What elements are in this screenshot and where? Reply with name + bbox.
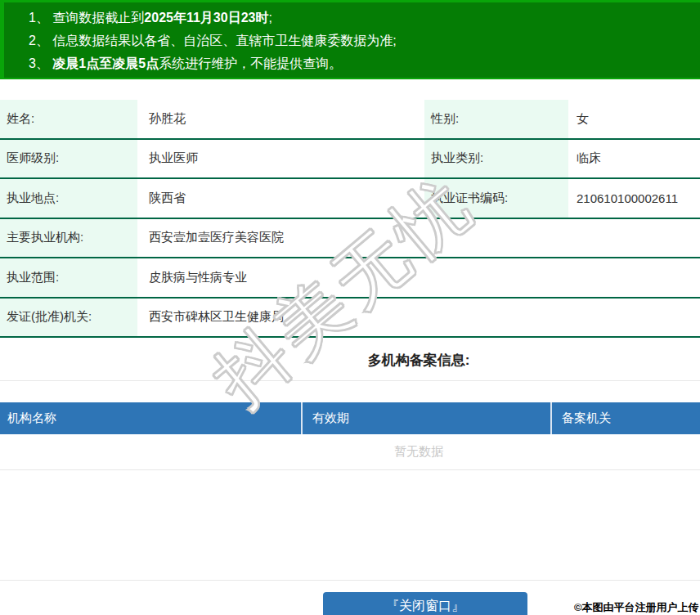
registration-table-header: 机构名称 有效期 备案机关	[0, 402, 700, 434]
close-window-button[interactable]: 『关闭窗口』	[323, 592, 527, 615]
empty-data-placeholder: 暂无数据	[137, 434, 700, 469]
table-row: 执业范围: 皮肤病与性病专业	[0, 258, 700, 299]
gender-value: 女	[577, 100, 589, 138]
certificate-number-value: 210610100002611	[577, 179, 678, 218]
notice-line-1: 1、 查询数据截止到2025年11月30日23时;	[29, 7, 700, 29]
column-header-registration-authority: 备案机关	[550, 402, 700, 434]
notice-1-suffix: ;	[268, 11, 271, 25]
practice-location-label: 执业地点:	[0, 179, 137, 218]
notice-banner: 1、 查询数据截止到2025年11月30日23时; 2、 信息数据结果以各省、自…	[0, 0, 700, 79]
doctor-profile-table: 姓名: 孙胜花 性别: 女 医师级别: 执业医师 执业类别: 临床 执业地点: …	[0, 100, 700, 338]
column-header-institution-name: 机构名称	[0, 402, 301, 434]
name-value: 孙胜花	[149, 100, 186, 138]
notice-line-2: 2、 信息数据结果以各省、自治区、直辖市卫生健康委数据为准;	[29, 29, 700, 52]
table-row: 主要执业机构: 西安壹加壹医疗美容医院	[0, 219, 700, 259]
notice-3-suffix: 系统进行维护，不能提供查询。	[159, 56, 342, 70]
notice-1-bold: 2025年11月30日23时	[144, 11, 268, 25]
practice-category-value: 临床	[577, 140, 601, 178]
table-row: 姓名: 孙胜花 性别: 女	[0, 100, 700, 140]
practice-scope-label: 执业范围:	[0, 258, 137, 297]
notice-1-text: 1、 查询数据截止到	[29, 11, 144, 25]
notice-3-bold: 凌晨1点至凌晨5点	[52, 56, 159, 70]
doctor-level-label: 医师级别:	[0, 140, 137, 178]
table-row: 医师级别: 执业医师 执业类别: 临床	[0, 140, 700, 180]
main-institution-label: 主要执业机构:	[0, 219, 137, 258]
platform-upload-watermark: ©本图由平台注册用户上传	[574, 600, 699, 615]
notice-2-text: 2、 信息数据结果以各省、自治区、直辖市卫生健康委数据为准;	[29, 34, 397, 47]
notice-line-3: 3、 凌晨1点至凌晨5点系统进行维护，不能提供查询。	[29, 52, 700, 75]
practice-location-value: 陕西省	[149, 179, 186, 218]
certificate-number-label: 执业证书编码:	[424, 179, 568, 218]
name-label: 姓名:	[0, 100, 137, 138]
issuing-authority-label: 发证(批准)机关:	[0, 299, 137, 337]
main-institution-value: 西安壹加壹医疗美容医院	[149, 219, 284, 258]
issuing-authority-value: 西安市碑林区卫生健康局	[149, 299, 284, 337]
table-row: 发证(批准)机关: 西安市碑林区卫生健康局	[0, 299, 700, 339]
practice-scope-value: 皮肤病与性病专业	[149, 258, 247, 297]
table-row: 执业地点: 陕西省 执业证书编码: 210610100002611	[0, 179, 700, 219]
practice-category-label: 执业类别:	[424, 140, 568, 178]
gender-label: 性别:	[424, 100, 568, 138]
divider-line	[0, 469, 700, 470]
notice-3-text: 3、	[29, 56, 52, 70]
multi-institution-heading: 多机构备案信息:	[137, 351, 700, 370]
divider-line	[0, 580, 700, 581]
doctor-level-value: 执业医师	[149, 140, 198, 178]
column-header-validity-period: 有效期	[301, 402, 550, 434]
divider-line	[0, 380, 700, 381]
